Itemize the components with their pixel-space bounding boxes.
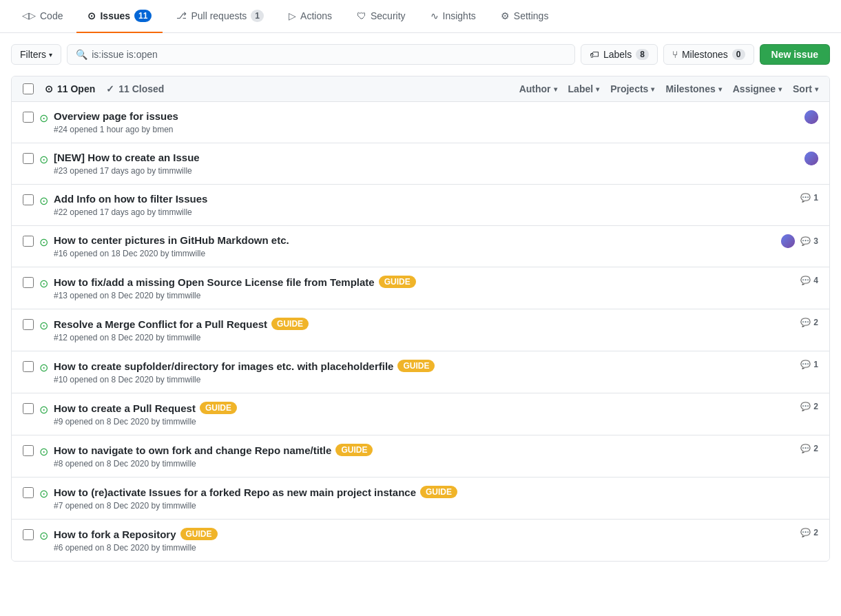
- issue-checkbox[interactable]: [23, 194, 34, 205]
- issue-title[interactable]: Add Info on how to filter Issues: [54, 193, 207, 205]
- issue-open-icon: ⊙: [39, 277, 48, 290]
- projects-filter[interactable]: Projects ▾: [610, 83, 654, 94]
- issue-content: How to (re)activate Issues for a forked …: [54, 486, 813, 511]
- comment-count: 💬 4: [800, 276, 818, 285]
- issue-title[interactable]: How to create supfolder/directory for im…: [54, 360, 393, 372]
- issue-title[interactable]: Overview page for issues: [54, 110, 178, 122]
- issue-title[interactable]: [NEW] How to create an Issue: [54, 152, 200, 163]
- search-input[interactable]: [92, 49, 566, 60]
- filters-button[interactable]: Filters ▾: [11, 44, 61, 65]
- issue-checkbox[interactable]: [23, 445, 34, 456]
- issue-title[interactable]: How to create a Pull Request: [54, 402, 196, 414]
- nav-security[interactable]: 🛡 Security: [346, 0, 417, 33]
- comment-number: 2: [813, 318, 818, 327]
- issue-checkbox[interactable]: [23, 403, 34, 414]
- issue-open-icon: ⊙: [39, 319, 48, 332]
- guide-label[interactable]: GUIDE: [335, 444, 373, 456]
- open-issues-filter[interactable]: ⊙ 11 Open: [45, 83, 95, 94]
- issue-meta: #7 opened on 8 Dec 2020 by timmwille: [54, 501, 813, 511]
- sort-caret-icon: ▾: [815, 85, 818, 93]
- sort-filter[interactable]: Sort ▾: [793, 83, 818, 94]
- labels-count-badge: 8: [636, 49, 649, 60]
- issue-title[interactable]: Resolve a Merge Conflict for a Pull Requ…: [54, 318, 267, 330]
- guide-label[interactable]: GUIDE: [379, 276, 416, 288]
- new-issue-button[interactable]: New issue: [760, 44, 830, 65]
- closed-count-label: 11 Closed: [118, 83, 164, 94]
- guide-label[interactable]: GUIDE: [271, 318, 309, 330]
- labels-button[interactable]: 🏷 Labels 8: [581, 44, 658, 65]
- table-row: ⊙ How to fork a Repository GUIDE #6 open…: [12, 520, 829, 561]
- issue-checkbox[interactable]: [23, 319, 34, 330]
- issue-title[interactable]: How to center pictures in GitHub Markdow…: [54, 234, 289, 246]
- sort-label: Sort: [793, 83, 812, 94]
- comment-number: 2: [813, 444, 818, 453]
- code-icon: ◁▷: [22, 10, 36, 21]
- comment-number: 1: [813, 193, 818, 203]
- comment-count: 💬 2: [800, 402, 818, 411]
- nav-code[interactable]: ◁▷ Code: [11, 0, 74, 33]
- guide-label[interactable]: GUIDE: [397, 360, 435, 372]
- comment-count: 💬 1: [800, 193, 818, 203]
- issue-checkbox[interactable]: [23, 236, 34, 247]
- issue-checkbox[interactable]: [23, 112, 34, 123]
- comment-number: 3: [813, 236, 818, 246]
- issue-right: 💬 3: [781, 234, 818, 248]
- closed-issues-filter[interactable]: ✓ 11 Closed: [106, 83, 164, 94]
- issue-checkbox[interactable]: [23, 529, 34, 540]
- nav-issues[interactable]: ⊙ Issues 11: [76, 0, 163, 33]
- issue-open-icon: ⊙: [39, 236, 48, 249]
- issue-meta: #24 opened 1 hour ago by bmen: [54, 125, 799, 134]
- nav-insights[interactable]: ∿ Insights: [419, 0, 487, 33]
- issue-checkbox[interactable]: [23, 487, 34, 498]
- author-caret-icon: ▾: [554, 85, 557, 93]
- comment-icon: 💬: [800, 402, 811, 411]
- guide-label[interactable]: GUIDE: [180, 528, 218, 540]
- issue-checkbox[interactable]: [23, 277, 34, 288]
- issue-title[interactable]: How to fork a Repository: [54, 528, 176, 540]
- issue-title[interactable]: How to navigate to own fork and change R…: [54, 444, 331, 456]
- issue-meta: #12 opened on 8 Dec 2020 by timmwille: [54, 333, 795, 342]
- issue-content: Overview page for issues #24 opened 1 ho…: [54, 110, 799, 134]
- assignee-filter[interactable]: Assignee ▾: [733, 83, 782, 94]
- actions-icon: ▷: [289, 10, 296, 21]
- issue-checkbox[interactable]: [23, 361, 34, 372]
- table-row: ⊙ How to create a Pull Request GUIDE #9 …: [12, 393, 829, 435]
- nav-insights-label: Insights: [443, 10, 476, 21]
- issue-checkbox[interactable]: [23, 153, 34, 164]
- nav-settings[interactable]: ⚙ Settings: [490, 0, 560, 33]
- guide-label[interactable]: GUIDE: [420, 486, 457, 498]
- issue-content: How to create a Pull Request GUIDE #9 op…: [54, 402, 795, 427]
- select-all-checkbox[interactable]: [23, 83, 34, 94]
- avatar: [804, 152, 818, 165]
- settings-icon: ⚙: [501, 10, 510, 21]
- milestones-label: Milestones: [682, 49, 728, 60]
- guide-label[interactable]: GUIDE: [200, 402, 237, 414]
- issue-open-icon: ⊙: [39, 112, 48, 125]
- avatar: [804, 110, 818, 124]
- issue-right: [804, 110, 818, 124]
- issue-content: How to fix/add a missing Open Source Lic…: [54, 276, 795, 300]
- milestones-filter[interactable]: Milestones ▾: [665, 83, 721, 94]
- comment-count: 💬 2: [800, 444, 818, 453]
- issue-content: Resolve a Merge Conflict for a Pull Requ…: [54, 318, 795, 342]
- issue-content: How to fork a Repository GUIDE #6 opened…: [54, 528, 795, 553]
- nav-actions[interactable]: ▷ Actions: [278, 0, 343, 33]
- comment-icon: 💬: [800, 528, 811, 537]
- milestones-button[interactable]: ⑂ Milestones 0: [663, 44, 754, 65]
- assignee-caret-icon: ▾: [778, 85, 782, 93]
- issue-meta: #10 opened on 8 Dec 2020 by timmwille: [54, 375, 795, 384]
- check-icon: ✓: [106, 83, 114, 94]
- issue-meta: #6 opened on 8 Dec 2020 by timmwille: [54, 543, 795, 553]
- insights-icon: ∿: [430, 10, 439, 21]
- filters-label: Filters: [20, 49, 46, 60]
- label-caret-icon: ▾: [596, 85, 599, 93]
- issue-content: [NEW] How to create an Issue #23 opened …: [54, 152, 799, 176]
- label-filter[interactable]: Label ▾: [568, 83, 600, 94]
- avatar: [781, 234, 795, 248]
- nav-settings-label: Settings: [514, 10, 549, 21]
- nav-pull-requests[interactable]: ⎇ Pull requests 1: [165, 0, 275, 33]
- issue-title[interactable]: How to fix/add a missing Open Source Lic…: [54, 276, 375, 288]
- issue-title[interactable]: How to (re)activate Issues for a forked …: [54, 486, 416, 498]
- issue-right: 💬 4: [800, 276, 818, 285]
- author-filter[interactable]: Author ▾: [519, 83, 557, 94]
